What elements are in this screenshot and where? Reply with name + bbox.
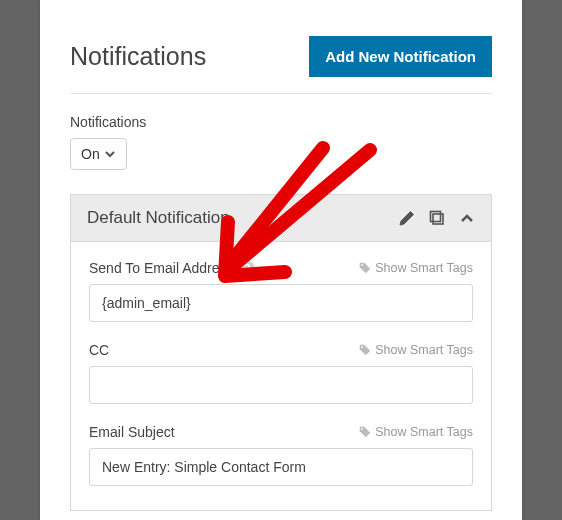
card-title: Default Notification <box>87 208 230 228</box>
show-smart-tags-cc[interactable]: Show Smart Tags <box>359 343 473 357</box>
notifications-toggle-select[interactable]: On <box>70 138 127 170</box>
notification-card: Default Notification Send To Email Addre… <box>70 194 492 511</box>
svg-point-2 <box>361 264 363 266</box>
send-to-label: Send To Email Address ? <box>89 260 255 276</box>
page-title: Notifications <box>70 42 206 71</box>
tag-icon <box>359 344 371 356</box>
add-notification-button[interactable]: Add New Notification <box>309 36 492 77</box>
chevron-up-icon[interactable] <box>459 210 475 226</box>
subject-input[interactable] <box>89 448 473 486</box>
edit-icon[interactable] <box>399 210 415 226</box>
tag-icon <box>359 262 371 274</box>
send-to-input[interactable] <box>89 284 473 322</box>
duplicate-icon[interactable] <box>429 210 445 226</box>
svg-rect-0 <box>433 214 443 224</box>
svg-rect-1 <box>431 212 441 222</box>
notifications-toggle-label: Notifications <box>70 114 492 130</box>
tag-icon <box>359 426 371 438</box>
cc-input[interactable] <box>89 366 473 404</box>
svg-point-3 <box>361 346 363 348</box>
svg-point-4 <box>361 428 363 430</box>
notifications-toggle-value: On <box>81 146 100 162</box>
divider <box>70 93 492 94</box>
show-smart-tags-subject[interactable]: Show Smart Tags <box>359 425 473 439</box>
subject-label: Email Subject <box>89 424 175 440</box>
show-smart-tags-send-to[interactable]: Show Smart Tags <box>359 261 473 275</box>
chevron-down-icon <box>104 148 116 160</box>
help-icon[interactable]: ? <box>240 261 255 276</box>
cc-label: CC <box>89 342 109 358</box>
